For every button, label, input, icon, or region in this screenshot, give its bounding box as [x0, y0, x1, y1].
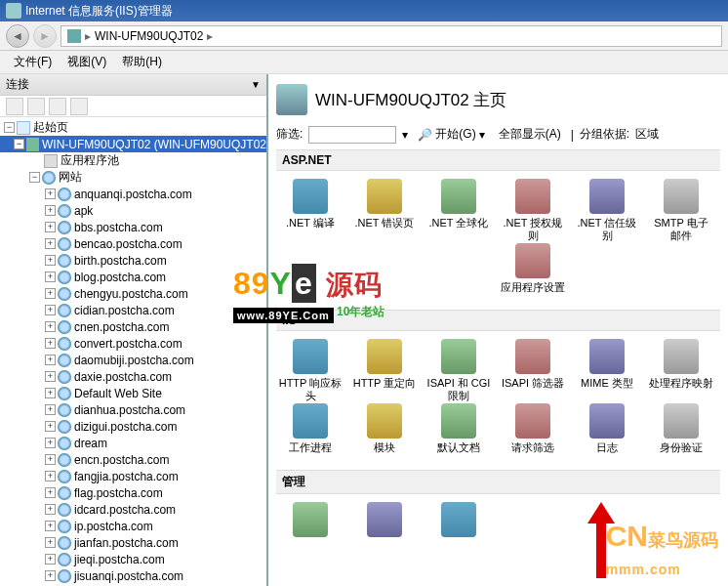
tree-site-item[interactable]: +jianfan.postcha.com [0, 534, 266, 551]
feature-item[interactable]: ISAPI 和 CGI 限制 [426, 339, 491, 401]
app-icon [6, 3, 21, 19]
menu-help[interactable]: 帮助(H) [116, 52, 168, 72]
tree-sites[interactable]: − 网站 [0, 169, 266, 186]
tree-site-item[interactable]: +ip.postcha.com [0, 518, 266, 534]
tree-site-item[interactable]: +birth.postcha.com [0, 252, 266, 269]
tree-site-item[interactable]: +Default Web Site [0, 385, 266, 401]
feature-item[interactable]: 应用程序设置 [501, 243, 565, 294]
filter-input[interactable] [308, 126, 396, 144]
feature-item[interactable]: 请求筛选 [501, 403, 565, 454]
tree-site-item[interactable]: +bencao.postcha.com [0, 235, 266, 252]
mgmt-features [276, 494, 720, 579]
feature-item[interactable]: 处理程序映射 [649, 339, 713, 401]
breadcrumb[interactable]: ▸ WIN-UFM90UQJT02 ▸ [61, 25, 722, 47]
feature-label: 请求筛选 [511, 441, 554, 454]
window-title: Internet 信息服务(IIS)管理器 [25, 3, 173, 20]
filter-label: 筛选: [276, 126, 303, 143]
feature-item[interactable]: 模块 [352, 403, 417, 454]
feature-icon [664, 403, 699, 439]
feature-item[interactable]: HTTP 响应标头 [278, 339, 343, 401]
feature-item[interactable] [352, 502, 417, 540]
feature-item[interactable]: .NET 授权规则 [501, 179, 565, 241]
tree-site-item[interactable]: +daomubiji.postcha.com [0, 352, 266, 368]
tree-site-item[interactable]: +fangjia.postcha.com [0, 468, 266, 484]
tree-site-item[interactable]: +cnen.postcha.com [0, 318, 266, 335]
globe-icon [58, 553, 71, 566]
feature-item[interactable]: HTTP 重定向 [352, 339, 417, 401]
feature-item[interactable]: 日志 [575, 403, 639, 454]
tree-site-item[interactable]: +bbs.postcha.com [0, 219, 266, 235]
tree-site-item[interactable]: +cidian.postcha.com [0, 302, 266, 318]
show-all-button[interactable]: 全部显示(A) [495, 125, 565, 144]
feature-label: 身份验证 [660, 441, 703, 454]
feature-icon [367, 403, 402, 439]
tree-site-item[interactable]: +anquanqi.postcha.com [0, 186, 266, 202]
tool-save-icon[interactable] [27, 98, 45, 115]
group-by-value[interactable]: 区域 [635, 126, 659, 143]
feature-item[interactable]: .NET 编译 [278, 179, 343, 241]
feature-label: .NET 编译 [286, 217, 335, 230]
globe-icon [58, 337, 71, 351]
feature-icon [441, 403, 476, 439]
globe-icon [58, 437, 71, 450]
tool-up-icon[interactable] [49, 98, 66, 115]
feature-item[interactable]: 默认文档 [426, 403, 491, 454]
feature-icon [367, 179, 402, 214]
tree-start-page[interactable]: − 起始页 [0, 119, 266, 136]
feature-item[interactable]: .NET 全球化 [426, 179, 491, 241]
feature-icon [515, 243, 550, 278]
tree-site-item[interactable]: +jieqi.postcha.com [0, 551, 266, 567]
go-button[interactable]: 🔎 开始(G) ▾ [414, 125, 488, 144]
back-button[interactable]: ◄ [6, 24, 29, 48]
feature-icon [664, 179, 699, 214]
tree-site-item[interactable]: +daxie.postcha.com [0, 368, 266, 385]
feature-item[interactable]: 身份验证 [649, 403, 713, 454]
section-aspnet: ASP.NET [276, 149, 720, 171]
iis-features: HTTP 响应标头HTTP 重定向ISAPI 和 CGI 限制ISAPI 筛选器… [276, 331, 720, 470]
tree-site-item[interactable]: +flag.postcha.com [0, 484, 266, 501]
tree-site-item[interactable]: +idcard.postcha.com [0, 501, 266, 518]
tool-stop-icon[interactable] [70, 98, 88, 115]
tree-site-item[interactable]: +dizigui.postcha.com [0, 418, 266, 435]
globe-icon [58, 503, 71, 517]
tree-site-item[interactable]: +jisuanqi.postcha.com [0, 567, 266, 584]
feature-label: ISAPI 和 CGI 限制 [426, 377, 491, 401]
feature-item[interactable]: .NET 错误页 [352, 179, 417, 241]
feature-item[interactable]: MIME 类型 [575, 339, 639, 401]
feature-item[interactable]: .NET 信任级别 [575, 179, 639, 241]
feature-item[interactable]: 工作进程 [278, 403, 343, 454]
menu-file[interactable]: 文件(F) [8, 52, 58, 72]
feature-icon [589, 179, 625, 214]
tool-connect-icon[interactable] [6, 98, 23, 115]
feature-label: MIME 类型 [581, 377, 633, 390]
globe-icon [58, 403, 71, 417]
tree-site-item[interactable]: +apk [0, 202, 266, 219]
globe-icon [58, 453, 71, 467]
tree-app-pools[interactable]: 应用程序池 [0, 152, 266, 169]
feature-item[interactable] [426, 502, 491, 540]
connections-tree[interactable]: − 起始页 − WIN-UFM90UQJT02 (WIN-UFM90UQJT02… [0, 117, 266, 586]
sites-icon [42, 171, 56, 185]
annotation-arrow [587, 500, 615, 578]
feature-item[interactable] [278, 502, 343, 540]
breadcrumb-server[interactable]: WIN-UFM90UQJT02 [95, 29, 203, 43]
nav-toolbar: ◄ ► ▸ WIN-UFM90UQJT02 ▸ [0, 21, 728, 51]
section-iis: IIS [276, 310, 720, 331]
tree-site-item[interactable]: +convert.postcha.com [0, 335, 266, 352]
feature-label: .NET 授权规则 [501, 217, 565, 241]
feature-label: 日志 [596, 441, 618, 454]
feature-label: .NET 信任级别 [575, 217, 639, 241]
tree-site-item[interactable]: +dianhua.postcha.com [0, 401, 266, 418]
tree-site-item[interactable]: +dream [0, 435, 266, 451]
pool-icon [44, 154, 58, 168]
tree-site-item[interactable]: +chengyu.postcha.com [0, 285, 266, 302]
connections-header: 连接 ▼ [0, 74, 266, 96]
tree-server-node[interactable]: − WIN-UFM90UQJT02 (WIN-UFM90UQJT02 [0, 136, 266, 152]
feature-item[interactable]: ISAPI 筛选器 [501, 339, 565, 401]
tree-site-item[interactable]: +blog.postcha.com [0, 269, 266, 285]
feature-item[interactable]: SMTP 电子邮件 [649, 179, 713, 241]
tree-site-item[interactable]: +encn.postcha.com [0, 451, 266, 468]
forward-button[interactable]: ► [33, 24, 57, 48]
feature-icon [589, 403, 625, 439]
menu-view[interactable]: 视图(V) [61, 52, 112, 72]
